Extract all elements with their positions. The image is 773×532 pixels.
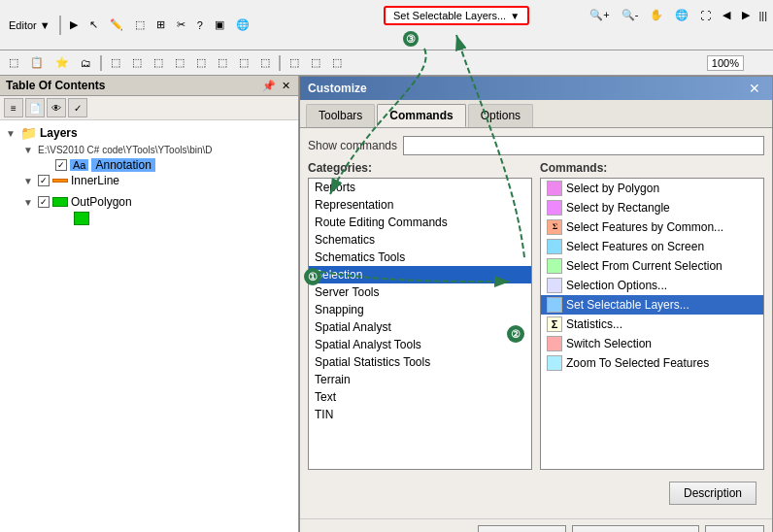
commands-list[interactable]: Select by Polygon Select by Rectangle 𝚺 …	[540, 178, 764, 470]
toolbar-icon-3[interactable]: ✏️	[105, 16, 128, 34]
cat-reports[interactable]: Reports	[309, 179, 531, 196]
innerline-checkbox[interactable]	[38, 175, 50, 186]
tb2-icon10[interactable]: ⬚	[213, 53, 232, 72]
tb2-icon11[interactable]: ⬚	[234, 53, 253, 72]
tb2-icon5[interactable]: ⬚	[106, 53, 125, 72]
tb2-icon2[interactable]: 📋	[25, 53, 49, 72]
tab-toolbars[interactable]: Toolbars	[306, 104, 375, 127]
cmd-select-common[interactable]: 𝚺 Select Features by Common...	[541, 217, 763, 237]
cat-server-tools[interactable]: Server Tools	[309, 283, 531, 301]
dialog-tabs: Toolbars Commands Options	[300, 100, 772, 128]
cmd-select-screen[interactable]: Select Features on Screen	[541, 237, 763, 256]
forward-btn[interactable]: ▶	[737, 6, 755, 24]
zoom-percent: 100%	[707, 55, 744, 71]
tb2-icon8[interactable]: ⬚	[170, 53, 189, 72]
tb2-icon12[interactable]: ⬚	[255, 53, 275, 72]
innerline-expand[interactable]: ▼	[21, 174, 35, 187]
toolbar-icon-6[interactable]: ✂	[172, 16, 190, 34]
outpolygon-expand[interactable]: ▼	[21, 195, 35, 209]
outpolygon-checkbox[interactable]	[38, 196, 50, 208]
cat-schematics-tools[interactable]: Schematics Tools	[309, 249, 531, 266]
toolbar-icon-5[interactable]: ⊞	[151, 16, 170, 34]
editor-dropdown[interactable]: Editor ▼	[4, 17, 55, 34]
tb2-icon9[interactable]: ⬚	[191, 53, 211, 72]
show-commands-input[interactable]	[403, 136, 764, 155]
toc-sel-btn[interactable]: ✓	[68, 98, 87, 117]
editor-label: Editor ▼	[9, 19, 50, 31]
layers-label: Layers	[40, 126, 78, 140]
tb2-icon6[interactable]: ⬚	[127, 53, 147, 72]
commands-label: Commands:	[540, 161, 764, 175]
toolbar-icon-4[interactable]: ⬚	[130, 16, 150, 34]
cat-tin[interactable]: TIN	[309, 406, 531, 423]
zoom-in-btn[interactable]: 🔍+	[585, 6, 614, 24]
pan-btn[interactable]: ✋	[645, 6, 668, 24]
toc-pin-button[interactable]: 📌	[260, 80, 278, 92]
cmd-selection-options[interactable]: Selection Options...	[541, 276, 763, 295]
tab-options[interactable]: Options	[468, 104, 533, 127]
customize-dialog: Customize ✕ Toolbars Commands Options Sh…	[299, 76, 773, 532]
keyboard-button[interactable]: Keyboard...	[478, 525, 566, 532]
innerline-icon	[52, 179, 68, 183]
tb2-icon1[interactable]: ⬚	[4, 53, 23, 72]
toolbar-icon-9[interactable]: 🌐	[231, 16, 254, 34]
tb2-icon7[interactable]: ⬚	[149, 53, 168, 72]
innerline-label: InnerLine	[71, 174, 119, 187]
tb2-icon15[interactable]: ⬚	[327, 53, 347, 72]
cat-spatial-analyst[interactable]: Spatial Analyst	[309, 318, 531, 336]
fullscreen-btn[interactable]: ⛶	[695, 7, 716, 24]
toolbar-icon-7[interactable]: ?	[192, 17, 208, 34]
cat-text[interactable]: Text	[309, 388, 531, 406]
cmd-select-polygon[interactable]: Select by Polygon	[541, 179, 763, 198]
toc-vis-btn[interactable]: 👁	[47, 98, 66, 117]
close-button[interactable]: Close	[705, 525, 764, 532]
annotation-checkbox[interactable]	[55, 159, 67, 171]
outpolygon-color-swatch	[74, 212, 89, 225]
cat-spatial-stats[interactable]: Spatial Statistics Tools	[309, 353, 531, 371]
cat-spatial-analyst-tools[interactable]: Spatial Analyst Tools	[309, 336, 531, 353]
zoom-out-btn[interactable]: 🔍-	[617, 6, 644, 24]
tb2-icon4[interactable]: 🗂	[76, 54, 96, 72]
cmd-set-selectable[interactable]: Set Selectable Layers...	[541, 295, 763, 315]
layers-path-item[interactable]: ▼ E:\VS2010 C# code\YTools\YTools\bin\D	[21, 142, 294, 157]
cmd-zoom-selected[interactable]: Zoom To Selected Features	[541, 353, 763, 373]
tab-commands[interactable]: Commands	[377, 104, 465, 127]
toolbar-icon-2[interactable]: ↖	[84, 16, 103, 34]
outpolygon-parent[interactable]: ▼ OutPolygon	[21, 194, 294, 210]
cat-selection[interactable]: Selection	[309, 266, 531, 283]
cat-schematics[interactable]: Schematics	[309, 231, 531, 249]
set-selectable-label: Set Selectable Layers...	[393, 10, 506, 21]
tb2-icon14[interactable]: ⬚	[306, 53, 325, 72]
description-button[interactable]: Description	[669, 482, 756, 505]
tb2-icon3[interactable]: ⭐	[50, 53, 74, 72]
cmd-statistics[interactable]: Σ Statistics...	[541, 315, 763, 334]
toolbar-icon-8[interactable]: ▣	[210, 16, 229, 34]
cat-route-editing[interactable]: Route Editing Commands	[309, 214, 531, 231]
cmd-select-current[interactable]: Select From Current Selection	[541, 256, 763, 276]
cat-terrain[interactable]: Terrain	[309, 371, 531, 388]
layers-root-item[interactable]: ▼ 📁 Layers	[4, 124, 294, 142]
set-selectable-button[interactable]: Set Selectable Layers... ▼	[384, 6, 529, 25]
add-from-file-button[interactable]: 🛡 Add From File...	[572, 525, 699, 532]
cmd-select-rectangle[interactable]: Select by Rectangle	[541, 198, 763, 217]
dialog-close-button[interactable]: ✕	[745, 81, 764, 96]
annotation-item[interactable]: Aa Annotation	[39, 157, 294, 173]
back-btn[interactable]: ◀	[718, 6, 735, 24]
polygon-select-icon	[547, 181, 562, 196]
cat-snapping[interactable]: Snapping	[309, 301, 531, 318]
annotation-label: Annotation	[91, 158, 154, 172]
cat-representation[interactable]: Representation	[309, 196, 531, 214]
globe-btn[interactable]: 🌐	[670, 6, 693, 24]
tb2-icon13[interactable]: ⬚	[285, 53, 304, 72]
layers-expand-icon[interactable]: ▼	[4, 126, 17, 140]
cmd-switch-selection[interactable]: Switch Selection	[541, 334, 763, 353]
toc-list-btn[interactable]: ≡	[4, 98, 23, 117]
innerline-parent[interactable]: ▼ InnerLine	[21, 173, 294, 188]
toolbar-icon-1[interactable]: ▶	[65, 16, 83, 34]
show-commands-row: Show commands	[308, 136, 764, 155]
layers-path-expand[interactable]: ▼	[21, 143, 35, 156]
categories-list[interactable]: Reports Representation Route Editing Com…	[308, 178, 532, 470]
toc-source-btn[interactable]: 📄	[25, 98, 45, 117]
selectable-layers-icon	[547, 297, 562, 313]
toc-close-button[interactable]: ✕	[280, 80, 292, 92]
